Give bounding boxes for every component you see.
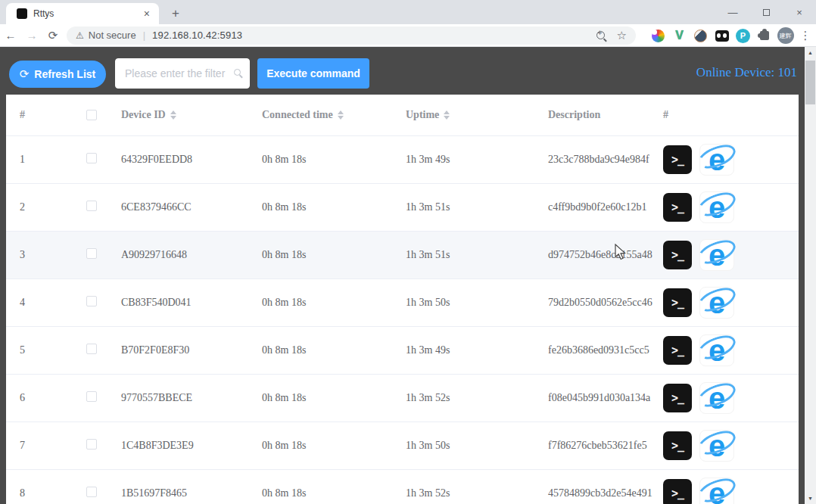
actions-cell: >_ e: [659, 382, 799, 414]
open-terminal-button[interactable]: >_: [663, 336, 692, 365]
new-tab-button[interactable]: +: [167, 5, 185, 23]
terminal-icon: >_: [671, 487, 684, 500]
open-browser-button[interactable]: e: [699, 430, 734, 462]
page-scrollbar[interactable]: ▲ ▼: [805, 47, 816, 504]
header-uptime[interactable]: Uptime: [401, 109, 543, 121]
actions-cell: >_ e: [659, 191, 799, 223]
internet-explorer-icon: e: [709, 145, 725, 175]
open-browser-button[interactable]: e: [699, 191, 734, 223]
chrome-menu-icon[interactable]: ⋮: [798, 29, 813, 42]
row-checkbox[interactable]: [86, 153, 97, 163]
uptime-cell: 1h 3m 50s: [401, 297, 543, 309]
description-cell: d974752b46e8c2155a48: [543, 249, 659, 261]
open-terminal-button[interactable]: >_: [663, 384, 692, 412]
execute-command-button[interactable]: Execute command: [257, 58, 369, 89]
open-browser-button[interactable]: e: [699, 334, 734, 366]
open-browser-button[interactable]: e: [699, 382, 734, 414]
profile-avatar[interactable]: 建辉: [777, 27, 794, 45]
header-device-id[interactable]: Device ID: [117, 109, 257, 121]
vue-devtools-icon[interactable]: V: [671, 27, 688, 45]
row-checkbox[interactable]: [86, 296, 97, 306]
internet-explorer-icon: e: [709, 192, 725, 222]
open-terminal-button[interactable]: >_: [663, 193, 692, 222]
terminal-icon: >_: [671, 439, 684, 453]
row-index: 6: [15, 392, 82, 404]
address-bar[interactable]: ⚠ Not secure | 192.168.10.42:5913 ☆: [67, 26, 636, 45]
not-secure-warning-icon[interactable]: ⚠: [76, 30, 84, 41]
uptime-cell: 1h 3m 52s: [401, 487, 543, 499]
open-browser-button[interactable]: e: [699, 478, 734, 504]
back-button[interactable]: ←: [0, 29, 21, 42]
tab-title: Rttys: [33, 8, 141, 19]
filter-input[interactable]: [115, 58, 250, 89]
panda-extension-icon[interactable]: [713, 27, 730, 45]
table-row: 5 B70F2F0E8F30 0h 8m 18s 1h 3m 49s fe26b…: [6, 327, 799, 375]
tab-close-icon[interactable]: ×: [141, 8, 153, 20]
security-label: Not secure: [89, 30, 136, 41]
device-id-cell: 1B51697F8465: [117, 487, 257, 499]
open-terminal-button[interactable]: >_: [663, 145, 692, 174]
forward-button: →: [21, 29, 42, 42]
connected-time-cell: 0h 8m 18s: [257, 392, 401, 404]
bookmark-star-icon[interactable]: ☆: [617, 29, 627, 42]
connected-time-cell: 0h 8m 18s: [257, 487, 401, 499]
extensions-puzzle-icon[interactable]: [755, 27, 773, 45]
row-checkbox[interactable]: [86, 487, 97, 497]
globe-extension-icon[interactable]: [692, 27, 709, 45]
description-cell: c4ff9bd9b0f2e60c12b1: [543, 201, 659, 213]
zoom-icon[interactable]: [596, 31, 605, 39]
row-index: 1: [15, 154, 82, 166]
device-id-cell: 64329F0EEDD8: [117, 154, 257, 166]
refresh-list-button[interactable]: ⟳ Refresh List: [9, 61, 106, 88]
uptime-cell: 1h 3m 49s: [401, 154, 543, 166]
select-all-checkbox[interactable]: [86, 110, 97, 120]
row-checkbox[interactable]: [86, 391, 97, 402]
sort-icon[interactable]: [338, 110, 344, 120]
reload-button[interactable]: ⟳: [42, 29, 64, 42]
p-extension-icon[interactable]: P: [734, 27, 752, 45]
open-terminal-button[interactable]: >_: [663, 288, 692, 317]
open-browser-button[interactable]: e: [699, 144, 734, 176]
row-checkbox[interactable]: [86, 439, 97, 450]
color-wheel-extension-icon[interactable]: [649, 27, 667, 45]
terminal-icon: >_: [671, 248, 684, 262]
uptime-cell: 1h 3m 51s: [401, 201, 543, 213]
search-icon: [234, 69, 241, 76]
connected-time-cell: 0h 8m 18s: [257, 154, 401, 166]
minimize-button[interactable]: —: [716, 7, 749, 18]
table-row: 6 9770557BBECE 0h 8m 18s 1h 3m 52s f08e0…: [6, 375, 799, 422]
table-body: 1 64329F0EEDD8 0h 8m 18s 1h 3m 49s 23c3c…: [6, 136, 799, 504]
scroll-down-icon[interactable]: ▼: [805, 493, 816, 504]
url-text: 192.168.10.42:5913: [152, 30, 242, 41]
open-browser-button[interactable]: e: [699, 239, 734, 271]
header-connected-time[interactable]: Connected time: [257, 109, 401, 121]
row-index: 2: [15, 201, 82, 213]
actions-cell: >_ e: [659, 430, 799, 462]
scroll-up-icon[interactable]: ▲: [805, 47, 816, 58]
table-row: 4 CB83F540D041 0h 8m 18s 1h 3m 50s 79d2b…: [6, 279, 799, 327]
header-actions: #: [659, 109, 799, 121]
row-checkbox[interactable]: [86, 248, 97, 259]
open-browser-button[interactable]: e: [699, 287, 734, 319]
page-toolbar: ⟳ Refresh List Execute command Online De…: [0, 47, 805, 95]
close-button[interactable]: ×: [783, 7, 816, 18]
row-checkbox[interactable]: [86, 201, 97, 211]
uptime-cell: 1h 3m 51s: [401, 249, 543, 261]
actions-cell: >_ e: [659, 334, 799, 366]
scrollbar-thumb[interactable]: [805, 61, 815, 104]
sort-icon[interactable]: [444, 110, 450, 120]
browser-tab[interactable]: Rttys ×: [6, 3, 159, 24]
device-id-cell: CB83F540D041: [117, 297, 257, 309]
online-device-count: Online Device: 101: [696, 65, 797, 80]
open-terminal-button[interactable]: >_: [663, 241, 692, 269]
description-cell: f08e045b991d030a134a: [543, 392, 659, 404]
row-checkbox[interactable]: [86, 344, 97, 354]
open-terminal-button[interactable]: >_: [663, 479, 692, 504]
open-terminal-button[interactable]: >_: [663, 431, 692, 460]
favicon-icon: [17, 8, 27, 19]
internet-explorer-icon: e: [709, 240, 725, 270]
maximize-button[interactable]: [749, 7, 783, 18]
connected-time-cell: 0h 8m 18s: [257, 249, 401, 261]
row-index: 4: [15, 297, 82, 309]
sort-icon[interactable]: [170, 110, 176, 120]
